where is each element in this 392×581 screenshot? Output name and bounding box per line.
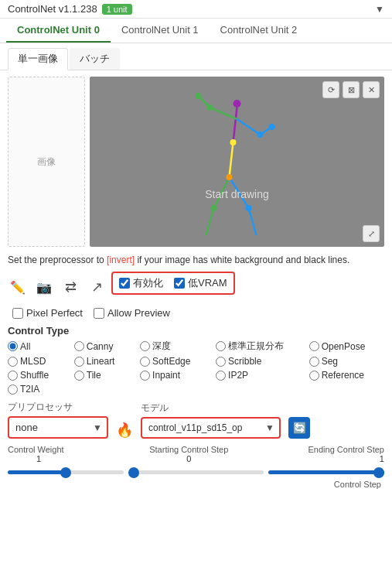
- radio-shuffle-input[interactable]: [8, 371, 18, 381]
- radio-softedge-input[interactable]: [140, 357, 150, 367]
- preprocessor-model-row: プリプロセッサ none canny depth openpose scribb…: [8, 401, 384, 439]
- ending-step-label: Ending Control Step: [308, 445, 384, 454]
- radio-seg-input[interactable]: [309, 357, 319, 367]
- allow-preview-checkbox-item[interactable]: Allow Preview: [94, 307, 170, 319]
- low-vram-checkbox[interactable]: [174, 278, 185, 289]
- radio-all-input[interactable]: [8, 341, 18, 351]
- radio-openpose-input[interactable]: [309, 341, 319, 351]
- tab-unit-0[interactable]: ControlNet Unit 0: [6, 19, 111, 43]
- radio-tile-input[interactable]: [74, 371, 84, 381]
- swap-icon[interactable]: ⇄: [60, 277, 80, 297]
- radio-canny[interactable]: Canny: [74, 340, 134, 353]
- image-canvas-area[interactable]: Start drawing ⟳ ⊠ ✕ ⤢: [90, 77, 384, 247]
- radio-t2ia-label: T2IA: [20, 384, 39, 395]
- tabs-row: ControlNet Unit 0 ControlNet Unit 1 Cont…: [0, 19, 392, 43]
- tab-unit-1[interactable]: ControlNet Unit 1: [111, 19, 210, 43]
- curved-arrow-icon[interactable]: ↗: [87, 277, 107, 297]
- canvas-image: Start drawing ⟳ ⊠ ✕ ⤢: [90, 77, 384, 247]
- top-bar-left: ControlNet v1.1.238 1 unit: [8, 3, 132, 15]
- camera-icon[interactable]: 📷: [34, 277, 54, 297]
- radio-scribble[interactable]: Scribble: [216, 356, 303, 367]
- sub-tab-single[interactable]: 単一画像: [8, 48, 68, 70]
- radio-normal-input[interactable]: [216, 341, 226, 351]
- enable-checkbox-item[interactable]: 有効化: [119, 276, 163, 290]
- radio-seg-label: Seg: [322, 356, 338, 367]
- model-select-wrapper: control_v11p_sd15_op control_v11p_sd15_c…: [141, 417, 281, 439]
- low-vram-label: 低VRAM: [188, 276, 227, 290]
- control-weight-label: Control Weight: [8, 445, 70, 454]
- control-weight-slider[interactable]: [8, 470, 124, 474]
- radio-depth[interactable]: 深度: [140, 340, 210, 353]
- stick-figure-svg: [90, 77, 384, 247]
- radio-normal[interactable]: 標準正規分布: [216, 340, 303, 353]
- control-type-label: Control Type: [8, 325, 384, 337]
- radio-canny-input[interactable]: [74, 341, 84, 351]
- radio-softedge[interactable]: SoftEdge: [140, 356, 210, 367]
- radio-lineart-input[interactable]: [74, 357, 84, 367]
- radio-inpaint-label: Inpaint: [152, 370, 180, 381]
- radio-mlsd-label: MLSD: [20, 356, 46, 367]
- starting-step-slider[interactable]: [128, 470, 264, 474]
- radio-mlsd-input[interactable]: [8, 357, 18, 367]
- image-left-panel[interactable]: 画像: [8, 77, 85, 247]
- fire-icon[interactable]: 🔥: [116, 422, 133, 439]
- radio-reference-input[interactable]: [309, 371, 319, 381]
- svg-point-14: [230, 139, 237, 145]
- tab-unit-2[interactable]: ControlNet Unit 2: [210, 19, 308, 43]
- allow-preview-label: Allow Preview: [107, 307, 170, 319]
- radio-tile[interactable]: Tile: [74, 370, 134, 381]
- starting-step-value: 0: [186, 454, 191, 463]
- radio-t2ia[interactable]: T2IA: [8, 384, 68, 395]
- canvas-reset-btn[interactable]: ⟳: [322, 81, 339, 98]
- hint-invert-link: [invert]: [107, 255, 135, 265]
- radio-all[interactable]: All: [8, 340, 68, 353]
- radio-scribble-input[interactable]: [216, 357, 226, 367]
- refresh-model-btn[interactable]: 🔄: [288, 417, 310, 439]
- preprocessor-select-wrapper: none canny depth openpose scribble ▼: [8, 416, 108, 439]
- unit-badge: 1 unit: [102, 4, 132, 15]
- radio-tile-label: Tile: [87, 370, 101, 381]
- canvas-expand-btn[interactable]: ⤢: [363, 225, 380, 242]
- pixel-perfect-checkbox-item[interactable]: Pixel Perfect: [12, 307, 83, 319]
- hint-text1: Set the preprocessor to: [8, 255, 107, 265]
- checkboxes-enabled-group: 有効化 低VRAM: [111, 272, 235, 295]
- pixel-perfect-checkbox[interactable]: [12, 308, 23, 319]
- preprocessor-select[interactable]: none canny depth openpose scribble: [8, 416, 108, 439]
- preprocessor-label: プリプロセッサ: [8, 401, 108, 414]
- dropdown-arrow-icon[interactable]: ▼: [375, 4, 384, 15]
- radio-t2ia-input[interactable]: [8, 384, 18, 395]
- radio-inpaint-input[interactable]: [140, 371, 150, 381]
- svg-point-12: [207, 104, 213, 111]
- sub-tab-batch[interactable]: バッチ: [70, 48, 120, 70]
- radio-shuffle[interactable]: Shuffle: [8, 370, 68, 381]
- radio-openpose[interactable]: OpenPose: [309, 340, 384, 353]
- sub-tabs-row: 単一画像 バッチ: [0, 43, 392, 70]
- ending-step-slider[interactable]: [268, 470, 384, 474]
- svg-point-17: [246, 205, 252, 211]
- low-vram-checkbox-item[interactable]: 低VRAM: [174, 276, 227, 290]
- model-group: モデル control_v11p_sd15_op control_v11p_sd…: [141, 402, 281, 439]
- pencil-icon[interactable]: ✏️: [8, 277, 28, 297]
- enable-checkbox[interactable]: [119, 278, 130, 289]
- radio-lineart[interactable]: Lineart: [74, 356, 134, 367]
- radio-softedge-label: SoftEdge: [152, 356, 190, 367]
- radio-mlsd[interactable]: MLSD: [8, 356, 68, 367]
- app-title: ControlNet v1.1.238: [8, 3, 97, 15]
- sliders-section: Control Weight 1 Starting Control Step 0…: [8, 445, 384, 489]
- model-select[interactable]: control_v11p_sd15_op control_v11p_sd15_c…: [141, 417, 281, 439]
- radio-ip2p-input[interactable]: [216, 371, 226, 381]
- canvas-close-btn[interactable]: ✕: [363, 81, 380, 98]
- radio-inpaint[interactable]: Inpaint: [140, 370, 210, 381]
- radio-seg[interactable]: Seg: [309, 356, 384, 367]
- radio-reference[interactable]: Reference: [309, 370, 384, 381]
- main-content: 画像: [0, 70, 392, 495]
- radio-ip2p[interactable]: IP2P: [216, 370, 303, 381]
- ending-step-value: 1: [380, 454, 384, 463]
- control-step-combined-label: Control Step: [334, 480, 381, 489]
- starting-step-label: Starting Control Step: [149, 445, 228, 454]
- allow-preview-checkbox[interactable]: [94, 308, 104, 319]
- radio-depth-input[interactable]: [140, 341, 150, 351]
- canvas-camera-btn[interactable]: ⊠: [343, 81, 360, 98]
- control-weight-value: 1: [8, 454, 70, 463]
- canvas-toolbar: ⟳ ⊠ ✕: [322, 81, 380, 98]
